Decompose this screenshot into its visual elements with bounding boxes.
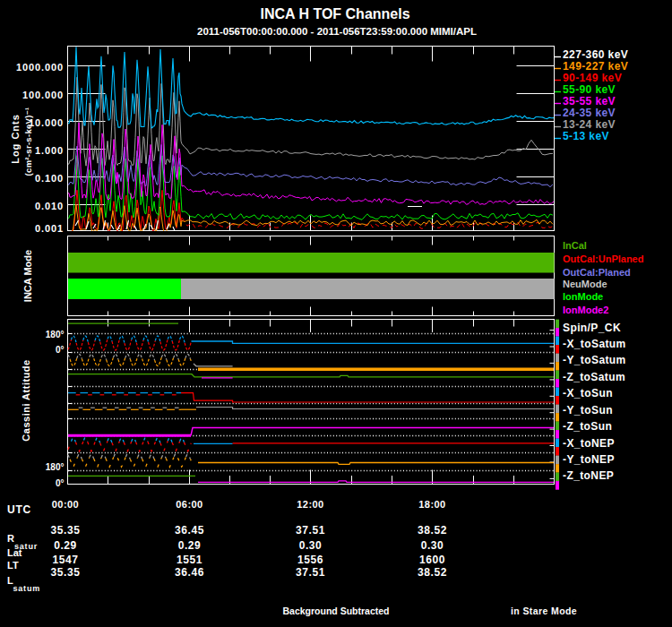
svg-text:2011-056T00:00:00.000 - 2011-0: 2011-056T00:00:00.000 - 2011-056T23:59:0…: [197, 26, 477, 37]
svg-text:0°: 0°: [56, 478, 65, 488]
svg-text:INCA Mode: INCA Mode: [22, 250, 33, 302]
svg-text:Lat: Lat: [7, 547, 22, 558]
svg-text:180°: 180°: [46, 462, 65, 472]
svg-text:R: R: [7, 533, 14, 544]
svg-text:55-90 keV: 55-90 keV: [563, 83, 616, 96]
svg-text:38.52: 38.52: [418, 524, 447, 537]
svg-text:UTC: UTC: [7, 503, 31, 516]
svg-text:1.000: 1.000: [35, 145, 64, 156]
svg-text:0.30: 0.30: [299, 539, 323, 552]
svg-text:0.30: 0.30: [421, 539, 444, 552]
svg-text:36.46: 36.46: [175, 566, 204, 579]
svg-text:35.35: 35.35: [51, 566, 81, 579]
svg-text:-Z_toSun: -Z_toSun: [563, 420, 612, 433]
svg-text:36.45: 36.45: [175, 524, 204, 537]
svg-text:Background Subtracted: Background Subtracted: [282, 606, 389, 616]
svg-text:-Y_toNEP: -Y_toNEP: [563, 453, 615, 466]
svg-text:18:00: 18:00: [418, 499, 445, 510]
svg-text:InCal: InCal: [563, 240, 587, 251]
svg-text:-X_toNEP: -X_toNEP: [563, 437, 615, 450]
svg-text:37.51: 37.51: [296, 566, 325, 579]
svg-text:NeuMode: NeuMode: [563, 279, 607, 289]
svg-text:227-360 keV: 227-360 keV: [563, 48, 628, 61]
svg-text:1000.000: 1000.000: [16, 62, 64, 73]
svg-text:149-227 keV: 149-227 keV: [563, 60, 628, 73]
svg-text:OutCal:Planed: OutCal:Planed: [563, 267, 631, 278]
svg-text:LT: LT: [7, 560, 19, 571]
svg-text:Cassini Attitude: Cassini Attitude: [21, 359, 31, 441]
svg-text:satum: satum: [13, 584, 41, 593]
svg-text:IonMode: IonMode: [563, 291, 603, 302]
svg-text:100.000: 100.000: [22, 90, 64, 100]
svg-text:38.52: 38.52: [418, 566, 447, 579]
svg-text:1556: 1556: [297, 554, 323, 566]
svg-text:10.000: 10.000: [29, 117, 64, 128]
svg-text:Log Cnts: Log Cnts: [10, 114, 21, 164]
svg-text:1600: 1600: [419, 554, 445, 566]
svg-text:5-13 keV: 5-13 keV: [563, 130, 609, 142]
svg-text:180°: 180°: [46, 330, 65, 339]
svg-text:13-24 keV: 13-24 keV: [563, 118, 616, 131]
svg-text:06:00: 06:00: [176, 499, 202, 510]
svg-text:0°: 0°: [56, 345, 65, 355]
svg-text:-X_toSatum: -X_toSatum: [563, 338, 626, 350]
svg-text:Spin/P_CK: Spin/P_CK: [563, 322, 621, 334]
svg-text:0.100: 0.100: [35, 173, 64, 184]
svg-text:IonMode2: IonMode2: [563, 305, 608, 315]
svg-text:35.35: 35.35: [51, 524, 81, 537]
svg-text:90-149 keV: 90-149 keV: [563, 72, 622, 84]
svg-text:(cm²-sr-s-keV)⁻¹: (cm²-sr-s-keV)⁻¹: [23, 107, 33, 176]
svg-text:37.51: 37.51: [296, 524, 325, 537]
svg-text:35-55 keV: 35-55 keV: [563, 95, 616, 107]
svg-text:OutCal:UnPlaned: OutCal:UnPlaned: [563, 253, 643, 264]
svg-text:12:00: 12:00: [297, 499, 323, 510]
svg-text:-X_toSun: -X_toSun: [563, 387, 613, 399]
svg-text:-Y_toSun: -Y_toSun: [563, 404, 613, 417]
svg-text:0.010: 0.010: [35, 201, 64, 211]
svg-text:24-35 keV: 24-35 keV: [563, 107, 616, 119]
svg-text:0.001: 0.001: [35, 223, 64, 234]
svg-text:-Z_toSatum: -Z_toSatum: [563, 371, 625, 383]
svg-text:-Z_toNEP: -Z_toNEP: [563, 469, 614, 482]
svg-text:1551: 1551: [177, 554, 202, 566]
svg-text:0.29: 0.29: [54, 539, 77, 552]
svg-text:1547: 1547: [53, 554, 79, 566]
svg-text:in Stare Mode: in Stare Mode: [511, 606, 577, 616]
svg-text:0.29: 0.29: [178, 539, 202, 552]
svg-text:INCA H TOF Channels: INCA H TOF Channels: [260, 6, 409, 21]
svg-text:00:00: 00:00: [52, 499, 79, 510]
svg-text:-Y_toSatum: -Y_toSatum: [563, 354, 626, 366]
